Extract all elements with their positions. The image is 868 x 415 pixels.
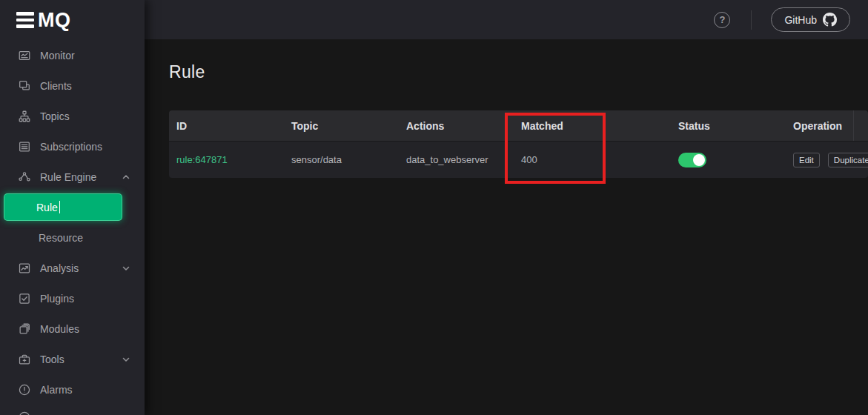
github-button[interactable]: GitHub bbox=[771, 7, 850, 32]
column-header-actions: Actions bbox=[399, 120, 514, 132]
sidebar-item-label: Analysis bbox=[40, 262, 79, 274]
github-button-label: GitHub bbox=[784, 14, 817, 26]
sidebar-item-topics[interactable]: Topics bbox=[0, 101, 145, 131]
emq-logo-text: MQ bbox=[38, 10, 71, 30]
status-toggle[interactable] bbox=[678, 153, 706, 167]
cell-rule-id: rule:647871 bbox=[169, 154, 284, 165]
cell-topic: sensor/data bbox=[284, 154, 399, 165]
sidebar-menu: Monitor Clients Topics Subscriptions bbox=[0, 40, 145, 405]
cell-status bbox=[671, 153, 786, 167]
subscriptions-icon bbox=[18, 140, 31, 153]
main-area: ? GitHub Rule ID Topic Actions Matched S… bbox=[145, 0, 868, 415]
sidebar-item-label: Plugins bbox=[40, 293, 74, 305]
github-icon bbox=[823, 13, 837, 27]
column-header-operation: Operation bbox=[786, 120, 868, 132]
column-header-topic: Topic bbox=[284, 120, 399, 132]
analysis-icon bbox=[18, 262, 31, 275]
sidebar-item-modules[interactable]: Modules bbox=[0, 313, 145, 344]
duplicate-button[interactable]: Duplicate bbox=[828, 153, 868, 167]
sidebar-item-label: Modules bbox=[40, 323, 79, 335]
cell-operation: Edit Duplicate bbox=[786, 153, 868, 167]
page-title: Rule bbox=[169, 61, 868, 83]
app-root: MQ Monitor Clients Topics bbox=[0, 0, 868, 415]
column-header-matched: Matched bbox=[514, 120, 671, 132]
tools-icon bbox=[18, 353, 31, 366]
cell-actions: data_to_webserver bbox=[399, 154, 514, 165]
text-cursor bbox=[59, 201, 61, 213]
alarms-icon bbox=[18, 383, 31, 396]
help-icon[interactable]: ? bbox=[714, 12, 730, 28]
column-header-id: ID bbox=[169, 120, 284, 132]
sidebar-item-alarms[interactable]: Alarms bbox=[0, 374, 145, 405]
table-header-row: ID Topic Actions Matched Status Operatio… bbox=[169, 110, 868, 142]
rule-id-link[interactable]: rule:647871 bbox=[176, 154, 228, 165]
sidebar-item-monitor[interactable]: Monitor bbox=[0, 40, 145, 70]
chevron-down-icon bbox=[122, 264, 130, 273]
sidebar-item-partial-icon bbox=[18, 411, 31, 415]
rule-engine-icon bbox=[18, 170, 31, 184]
chevron-up-icon bbox=[122, 173, 130, 182]
sidebar-item-label: Clients bbox=[40, 80, 72, 92]
sidebar-item-label: Rule Engine bbox=[40, 171, 96, 183]
modules-icon bbox=[18, 322, 31, 336]
sidebar-item-label: Topics bbox=[40, 110, 70, 122]
sidebar-item-resource[interactable]: Resource bbox=[0, 222, 145, 253]
sidebar-item-clients[interactable]: Clients bbox=[0, 70, 145, 101]
cell-matched: 400 bbox=[514, 154, 671, 165]
clients-icon bbox=[18, 79, 31, 93]
table-gutter-divider bbox=[853, 110, 854, 141]
sidebar-item-label: Rule bbox=[36, 202, 58, 213]
topbar: ? GitHub bbox=[145, 0, 868, 39]
monitor-icon bbox=[18, 49, 31, 62]
sidebar-item-rule-engine[interactable]: Rule Engine bbox=[0, 162, 145, 192]
sidebar-item-label: Subscriptions bbox=[40, 141, 102, 153]
column-header-status: Status bbox=[671, 120, 786, 132]
sidebar-item-analysis[interactable]: Analysis bbox=[0, 253, 145, 283]
sidebar-item-label: Resource bbox=[39, 232, 83, 244]
sidebar: MQ Monitor Clients Topics bbox=[0, 0, 145, 415]
sidebar-item-plugins[interactable]: Plugins bbox=[0, 283, 145, 313]
chevron-down-icon bbox=[122, 355, 130, 364]
topbar-divider bbox=[751, 10, 752, 30]
sidebar-item-subscriptions[interactable]: Subscriptions bbox=[0, 131, 145, 162]
rules-table: ID Topic Actions Matched Status Operatio… bbox=[169, 110, 868, 178]
sidebar-item-rule[interactable]: Rule bbox=[4, 193, 122, 221]
emq-logo-icon bbox=[16, 12, 34, 28]
table-row: rule:647871 sensor/data data_to_webserve… bbox=[169, 142, 868, 178]
topics-icon bbox=[18, 110, 31, 123]
sidebar-item-label: Tools bbox=[40, 353, 64, 365]
sidebar-item-tools[interactable]: Tools bbox=[0, 344, 145, 374]
content: Rule ID Topic Actions Matched Status Ope… bbox=[145, 39, 868, 415]
sidebar-item-label: Monitor bbox=[40, 50, 75, 62]
emq-logo: MQ bbox=[0, 0, 145, 40]
plugins-icon bbox=[18, 292, 31, 305]
toggle-knob bbox=[693, 154, 705, 166]
sidebar-item-label: Alarms bbox=[40, 384, 73, 396]
edit-button[interactable]: Edit bbox=[793, 153, 820, 167]
